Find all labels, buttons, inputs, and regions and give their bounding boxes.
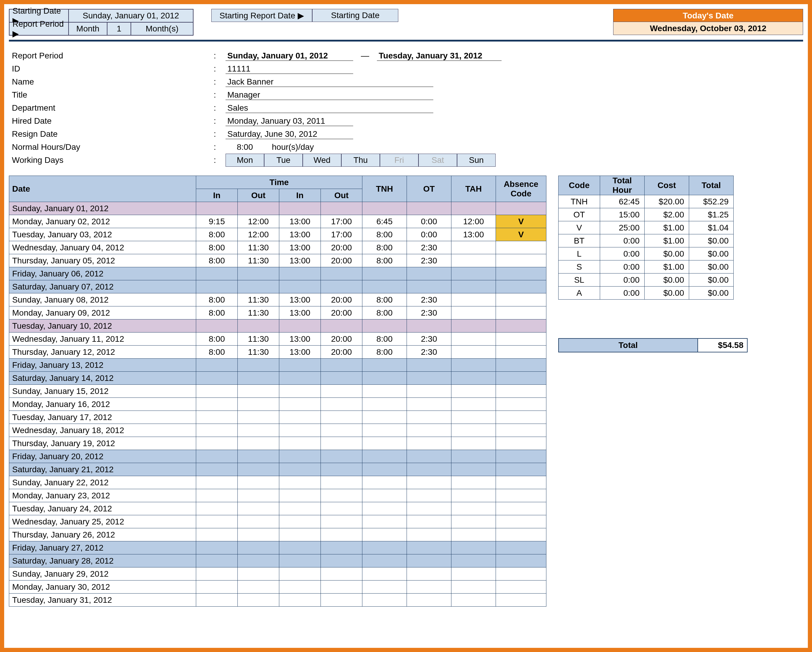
table-row[interactable]: Friday, January 20, 2012 <box>9 450 546 463</box>
cell-date[interactable]: Wednesday, January 04, 2012 <box>9 241 196 254</box>
cell-tnh[interactable] <box>362 463 407 476</box>
day-wed[interactable]: Wed <box>303 154 341 167</box>
cell-tnh[interactable] <box>362 450 407 463</box>
cell-abs[interactable] <box>496 385 546 398</box>
table-row[interactable]: Wednesday, January 25, 2012 <box>9 515 546 528</box>
cell-ot[interactable]: 2:30 <box>407 346 452 359</box>
cell-in1[interactable]: 9:15 <box>196 215 238 228</box>
cell-tah[interactable] <box>452 202 496 215</box>
cell-tnh[interactable] <box>362 541 407 555</box>
cell-ot[interactable]: 2:30 <box>407 254 452 267</box>
cell-tnh[interactable]: 8:00 <box>362 346 407 359</box>
cell-out2[interactable]: 20:00 <box>321 254 362 267</box>
cell-date[interactable]: Thursday, January 26, 2012 <box>9 528 196 541</box>
cell-out2[interactable] <box>321 515 362 528</box>
cell-date[interactable]: Friday, January 27, 2012 <box>9 541 196 555</box>
table-row[interactable]: Friday, January 13, 2012 <box>9 359 546 372</box>
cell-tah[interactable] <box>452 594 496 606</box>
table-row[interactable]: Tuesday, January 03, 20128:0012:0013:001… <box>9 228 546 241</box>
cell-tnh[interactable]: 8:00 <box>362 306 407 320</box>
cell-tah[interactable] <box>452 306 496 320</box>
cell-in2[interactable] <box>279 489 321 502</box>
cell-out2[interactable] <box>321 580 362 594</box>
cell-abs[interactable] <box>496 293 546 306</box>
cell-out2[interactable] <box>321 502 362 515</box>
cell-tnh[interactable] <box>362 411 407 424</box>
cell-date[interactable]: Sunday, January 29, 2012 <box>9 567 196 580</box>
cell-out2[interactable] <box>321 411 362 424</box>
cell-date[interactable]: Friday, January 13, 2012 <box>9 359 196 372</box>
cell-tnh[interactable] <box>362 515 407 528</box>
table-row[interactable]: Thursday, January 26, 2012 <box>9 528 546 541</box>
cell-out1[interactable] <box>238 437 279 450</box>
cell-abs[interactable] <box>496 528 546 541</box>
table-row[interactable]: Sunday, January 22, 2012 <box>9 476 546 489</box>
cell-date[interactable]: Monday, January 16, 2012 <box>9 398 196 411</box>
cell-in1[interactable] <box>196 411 238 424</box>
cell-tnh[interactable] <box>362 320 407 332</box>
cell-tnh[interactable] <box>362 567 407 580</box>
cell-tah[interactable] <box>452 567 496 580</box>
cell-tah[interactable]: 13:00 <box>452 228 496 241</box>
cell-in1[interactable] <box>196 476 238 489</box>
cell-tah[interactable] <box>452 463 496 476</box>
cell-out1[interactable]: 12:00 <box>238 215 279 228</box>
cell-date[interactable]: Thursday, January 05, 2012 <box>9 254 196 267</box>
cell-out2[interactable]: 20:00 <box>321 332 362 346</box>
cell-in2[interactable] <box>279 280 321 293</box>
cell-out2[interactable] <box>321 463 362 476</box>
starting-report-date-value[interactable]: Starting Date <box>312 9 398 22</box>
cell-tah[interactable] <box>452 293 496 306</box>
cell-out2[interactable] <box>321 280 362 293</box>
cell-in1[interactable] <box>196 594 238 606</box>
cell-out1[interactable] <box>238 541 279 555</box>
day-thu[interactable]: Thu <box>341 154 380 167</box>
cell-in2[interactable] <box>279 437 321 450</box>
cell-in1[interactable] <box>196 267 238 280</box>
cell-tnh[interactable] <box>362 280 407 293</box>
table-row[interactable]: Saturday, January 07, 2012 <box>9 280 546 293</box>
cell-tah[interactable] <box>452 280 496 293</box>
cell-out2[interactable] <box>321 541 362 555</box>
cell-out1[interactable]: 12:00 <box>238 228 279 241</box>
cell-out1[interactable] <box>238 450 279 463</box>
cell-out1[interactable] <box>238 372 279 385</box>
cell-ot[interactable]: 2:30 <box>407 241 452 254</box>
cell-abs[interactable] <box>496 476 546 489</box>
cell-tah[interactable] <box>452 241 496 254</box>
cell-abs[interactable] <box>496 594 546 606</box>
cell-date[interactable]: Sunday, January 08, 2012 <box>9 293 196 306</box>
cell-out1[interactable]: 11:30 <box>238 254 279 267</box>
day-sat[interactable]: Sat <box>418 154 457 167</box>
table-row[interactable]: Thursday, January 05, 20128:0011:3013:00… <box>9 254 546 267</box>
cell-in1[interactable]: 8:00 <box>196 293 238 306</box>
cell-in1[interactable] <box>196 450 238 463</box>
cell-date[interactable]: Monday, January 23, 2012 <box>9 489 196 502</box>
cell-in1[interactable]: 8:00 <box>196 241 238 254</box>
cell-ot[interactable] <box>407 398 452 411</box>
cell-abs[interactable] <box>496 267 546 280</box>
day-tue[interactable]: Tue <box>264 154 303 167</box>
cell-in2[interactable]: 13:00 <box>279 228 321 241</box>
cell-in1[interactable] <box>196 567 238 580</box>
cell-in2[interactable] <box>279 320 321 332</box>
cell-abs[interactable] <box>496 398 546 411</box>
cell-tnh[interactable] <box>362 267 407 280</box>
cell-in1[interactable] <box>196 320 238 332</box>
report-period-month[interactable]: Month <box>69 22 107 35</box>
cell-ot[interactable] <box>407 528 452 541</box>
cell-abs[interactable] <box>496 241 546 254</box>
table-row[interactable]: Saturday, January 21, 2012 <box>9 463 546 476</box>
table-row[interactable]: Monday, January 16, 2012 <box>9 398 546 411</box>
cell-out2[interactable] <box>321 385 362 398</box>
cell-tah[interactable] <box>452 580 496 594</box>
cell-out2[interactable] <box>321 489 362 502</box>
cell-out2[interactable] <box>321 567 362 580</box>
cell-out2[interactable] <box>321 528 362 541</box>
cell-out1[interactable] <box>238 359 279 372</box>
cell-tah[interactable] <box>452 359 496 372</box>
cell-in2[interactable] <box>279 267 321 280</box>
cell-tah[interactable] <box>452 450 496 463</box>
cell-in1[interactable]: 8:00 <box>196 254 238 267</box>
cell-in1[interactable] <box>196 385 238 398</box>
